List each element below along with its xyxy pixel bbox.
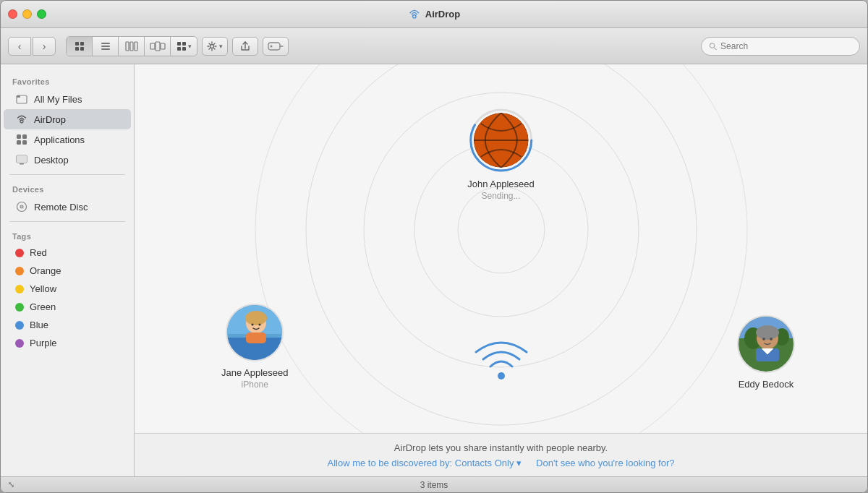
john-name: John Appleseed xyxy=(467,179,535,189)
user-eddy-bedock[interactable]: Eddy Bedock xyxy=(737,315,795,390)
airdrop-center-icon xyxy=(469,329,534,397)
resize-handle[interactable]: ⤡ xyxy=(8,480,14,489)
close-button[interactable] xyxy=(8,9,17,19)
sidebar-item-tag-purple[interactable]: Purple xyxy=(4,334,131,352)
sidebar-divider-2 xyxy=(9,221,125,222)
sidebar-item-tag-blue[interactable]: Blue xyxy=(4,316,131,334)
arrange-view-button[interactable]: ▾ xyxy=(171,37,197,56)
discovery-link[interactable]: Allow me to be discovered by: Contacts O… xyxy=(328,458,522,468)
bottom-bar: AirDrop lets you share instantly with pe… xyxy=(135,433,867,476)
sidebar-item-tag-green[interactable]: Green xyxy=(4,298,131,316)
airdrop-label: AirDrop xyxy=(34,114,66,125)
svg-rect-28 xyxy=(17,140,21,145)
airdrop-waves-svg xyxy=(469,329,534,394)
svg-rect-16 xyxy=(177,47,181,51)
search-input[interactable] xyxy=(720,41,852,51)
svg-rect-13 xyxy=(161,43,165,49)
yellow-tag-dot xyxy=(15,285,24,293)
svg-rect-4 xyxy=(80,47,84,51)
icon-view-button[interactable] xyxy=(67,37,93,56)
remote-disc-label: Remote Disc xyxy=(34,202,88,213)
svg-point-18 xyxy=(210,44,214,48)
sidebar-item-airdrop[interactable]: AirDrop xyxy=(4,109,131,129)
svg-rect-6 xyxy=(101,46,110,47)
arrange-dropdown-arrow: ▾ xyxy=(188,43,192,50)
red-tag-label: Red xyxy=(30,247,47,258)
sidebar-item-all-my-files[interactable]: All My Files xyxy=(4,89,131,109)
desktop-label: Desktop xyxy=(34,155,69,166)
remote-disc-icon xyxy=(15,200,28,213)
sidebar-item-tag-orange[interactable]: Orange xyxy=(4,262,131,280)
devices-header: Devices xyxy=(1,179,134,197)
action-button[interactable]: ▾ xyxy=(202,37,228,56)
list-view-icon xyxy=(101,41,111,51)
icon-view-icon xyxy=(75,41,85,51)
tags-header: Tags xyxy=(1,226,134,244)
john-avatar-ring xyxy=(469,108,534,173)
column-view-button[interactable] xyxy=(119,37,145,56)
main-content: Favorites All My Files xyxy=(1,64,867,476)
airdrop-main: John Appleseed Sending... xyxy=(135,64,867,476)
svg-point-61 xyxy=(756,325,779,340)
sidebar-item-tag-red[interactable]: Red xyxy=(4,244,131,262)
user-jane-appleseed[interactable]: Jane Appleseed iPhone xyxy=(221,304,289,390)
orange-tag-label: Orange xyxy=(30,265,61,276)
red-tag-dot xyxy=(15,249,24,257)
green-tag-label: Green xyxy=(30,301,56,312)
action-arrow: ▾ xyxy=(219,43,223,50)
sidebar-item-remote-disc[interactable]: Remote Disc xyxy=(4,197,131,217)
svg-rect-7 xyxy=(101,48,110,50)
statusbar: ⤡ 3 items xyxy=(1,476,867,492)
items-count: 3 items xyxy=(420,480,448,490)
sidebar-item-desktop[interactable]: Desktop xyxy=(4,150,131,170)
svg-rect-29 xyxy=(22,140,27,145)
svg-rect-5 xyxy=(101,43,110,44)
user-john-appleseed[interactable]: John Appleseed Sending... xyxy=(467,108,535,201)
airdrop-description: AirDrop lets you share instantly with pe… xyxy=(394,442,608,453)
purple-tag-dot xyxy=(15,339,24,348)
sidebar-item-tag-yellow[interactable]: Yellow xyxy=(4,280,131,298)
jane-status: iPhone xyxy=(242,380,268,390)
svg-rect-52 xyxy=(246,333,266,343)
all-my-files-label: All My Files xyxy=(34,94,82,105)
maximize-button[interactable] xyxy=(37,9,46,19)
tag-button[interactable] xyxy=(263,37,289,56)
john-status: Sending... xyxy=(481,191,520,201)
svg-rect-3 xyxy=(75,47,79,51)
minimize-button[interactable] xyxy=(22,9,32,19)
svg-point-20 xyxy=(271,45,273,47)
airdrop-sidebar-icon xyxy=(15,113,28,126)
coverflow-view-icon xyxy=(150,41,166,51)
discovery-dropdown-arrow: ▾ xyxy=(516,458,522,468)
svg-point-64 xyxy=(770,338,773,340)
svg-rect-19 xyxy=(268,43,280,50)
svg-rect-27 xyxy=(22,134,27,139)
blue-tag-dot xyxy=(15,321,24,330)
applications-icon xyxy=(15,133,28,146)
yellow-tag-label: Yellow xyxy=(30,283,56,294)
titlebar: AirDrop xyxy=(1,1,867,28)
search-box[interactable] xyxy=(701,37,860,56)
svg-rect-9 xyxy=(130,42,133,51)
airdrop-title-icon xyxy=(408,8,421,21)
bottom-links: Allow me to be discovered by: Contacts O… xyxy=(328,458,675,468)
applications-label: Applications xyxy=(34,134,85,145)
help-link[interactable]: Don't see who you're looking for? xyxy=(536,458,674,468)
forward-button[interactable]: › xyxy=(33,37,56,56)
svg-rect-1 xyxy=(75,42,79,46)
sidebar-item-applications[interactable]: Applications xyxy=(4,129,131,150)
coverflow-view-button[interactable] xyxy=(145,37,171,56)
finder-window: AirDrop ‹ › xyxy=(0,0,868,493)
list-view-button[interactable] xyxy=(93,37,119,56)
svg-point-51 xyxy=(245,311,267,325)
purple-tag-label: Purple xyxy=(30,338,57,348)
share-button[interactable] xyxy=(232,37,258,56)
svg-rect-15 xyxy=(182,42,186,46)
svg-rect-11 xyxy=(150,43,155,49)
favorites-header: Favorites xyxy=(1,72,134,89)
back-button[interactable]: ‹ xyxy=(8,37,31,56)
eddy-name: Eddy Bedock xyxy=(739,379,794,390)
svg-rect-31 xyxy=(17,155,27,163)
svg-rect-32 xyxy=(20,163,24,165)
svg-point-21 xyxy=(710,43,714,47)
